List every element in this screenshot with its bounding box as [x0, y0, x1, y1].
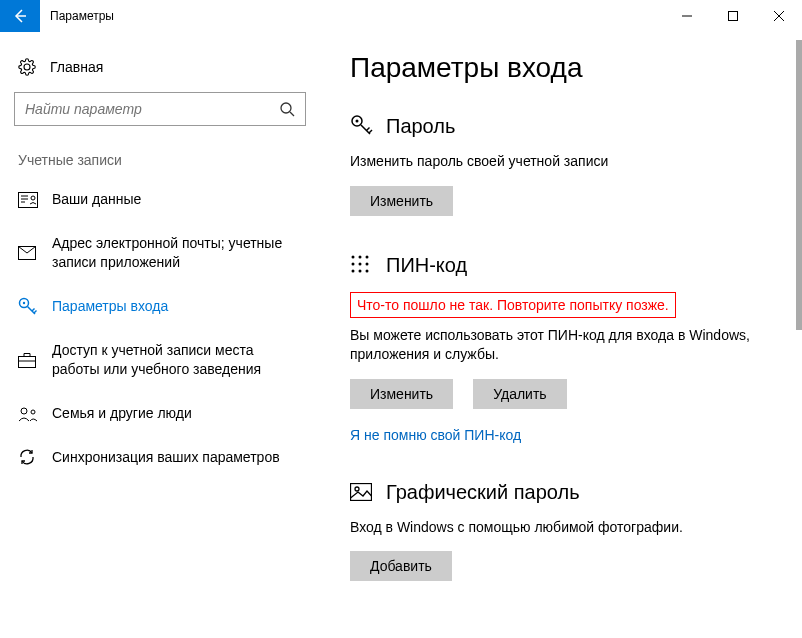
key-icon — [350, 114, 374, 138]
window-controls — [664, 0, 802, 32]
pin-delete-button[interactable]: Удалить — [473, 379, 566, 409]
main-panel: Параметры входа Пароль Изменить пароль с… — [320, 32, 802, 638]
sidebar-item-label: Ваши данные — [52, 190, 302, 210]
maximize-button[interactable] — [710, 0, 756, 32]
arrow-left-icon — [12, 8, 28, 24]
pin-change-button[interactable]: Изменить — [350, 379, 453, 409]
svg-point-31 — [359, 262, 362, 265]
scrollbar[interactable] — [796, 40, 802, 330]
sidebar-item-label: Синхронизация ваших параметров — [52, 448, 302, 468]
titlebar: Параметры — [0, 0, 802, 32]
svg-point-35 — [366, 269, 369, 272]
svg-point-32 — [366, 262, 369, 265]
svg-point-21 — [31, 410, 35, 414]
picture-icon — [350, 483, 374, 501]
svg-point-27 — [352, 255, 355, 258]
password-desc: Изменить пароль своей учетной записи — [350, 152, 762, 172]
close-button[interactable] — [756, 0, 802, 32]
svg-point-5 — [281, 103, 291, 113]
window-title: Параметры — [40, 0, 664, 32]
search-input[interactable] — [25, 101, 279, 117]
svg-line-16 — [32, 308, 35, 311]
sidebar-item-family[interactable]: Семья и другие люди — [14, 392, 306, 436]
pin-forgot-link[interactable]: Я не помню свой ПИН-код — [350, 427, 521, 443]
sync-icon — [18, 448, 38, 466]
svg-rect-7 — [19, 192, 38, 207]
key-icon — [18, 297, 38, 317]
back-button[interactable] — [0, 0, 40, 32]
sidebar-item-label: Доступ к учетной записи места работы или… — [52, 341, 302, 380]
id-card-icon — [18, 192, 38, 208]
sidebar-home[interactable]: Главная — [14, 52, 306, 92]
svg-rect-2 — [729, 12, 738, 21]
page-heading: Параметры входа — [350, 52, 762, 84]
svg-point-23 — [356, 120, 359, 123]
sidebar-item-your-info[interactable]: Ваши данные — [14, 178, 306, 222]
password-change-button[interactable]: Изменить — [350, 186, 453, 216]
svg-line-26 — [369, 130, 372, 133]
svg-point-37 — [355, 487, 359, 491]
keypad-icon — [350, 254, 374, 278]
sidebar-item-signin-options[interactable]: Параметры входа — [14, 285, 306, 329]
svg-point-20 — [21, 408, 27, 414]
briefcase-icon — [18, 352, 38, 368]
svg-point-34 — [359, 269, 362, 272]
svg-point-28 — [359, 255, 362, 258]
sidebar-item-label: Параметры входа — [52, 297, 302, 317]
svg-point-29 — [366, 255, 369, 258]
svg-point-11 — [31, 196, 35, 200]
sidebar-item-email-accounts[interactable]: Адрес электронной почты; учетные записи … — [14, 222, 306, 285]
section-title: ПИН-код — [386, 254, 467, 277]
picture-add-button[interactable]: Добавить — [350, 551, 452, 581]
people-icon — [18, 406, 38, 422]
svg-point-33 — [352, 269, 355, 272]
pin-desc: Вы можете использовать этот ПИН-код для … — [350, 326, 762, 365]
picture-password-section: Графический пароль Вход в Windows с помо… — [350, 481, 762, 582]
search-box[interactable] — [14, 92, 306, 126]
mail-icon — [18, 246, 38, 260]
minimize-button[interactable] — [664, 0, 710, 32]
sidebar: Главная Учетные записи Ваши данные Адрес… — [0, 32, 320, 638]
sidebar-item-sync[interactable]: Синхронизация ваших параметров — [14, 436, 306, 480]
svg-rect-18 — [19, 357, 36, 368]
sidebar-home-label: Главная — [50, 59, 103, 75]
pin-error-message: Что-то пошло не так. Повторите попытку п… — [350, 292, 676, 318]
password-section: Пароль Изменить пароль своей учетной зап… — [350, 114, 762, 216]
sidebar-item-label: Семья и другие люди — [52, 404, 302, 424]
gear-icon — [18, 58, 36, 76]
picture-desc: Вход в Windows с помощью любимой фотогра… — [350, 518, 762, 538]
pin-section: ПИН-код Что-то пошло не так. Повторите п… — [350, 254, 762, 443]
svg-point-30 — [352, 262, 355, 265]
svg-point-14 — [23, 302, 25, 304]
svg-line-6 — [290, 112, 294, 116]
svg-line-25 — [367, 128, 370, 131]
section-title: Пароль — [386, 115, 455, 138]
section-title: Графический пароль — [386, 481, 580, 504]
search-icon — [279, 101, 295, 117]
sidebar-item-label: Адрес электронной почты; учетные записи … — [52, 234, 302, 273]
svg-line-17 — [34, 310, 37, 313]
sidebar-item-work-school[interactable]: Доступ к учетной записи места работы или… — [14, 329, 306, 392]
sidebar-category: Учетные записи — [14, 152, 306, 178]
